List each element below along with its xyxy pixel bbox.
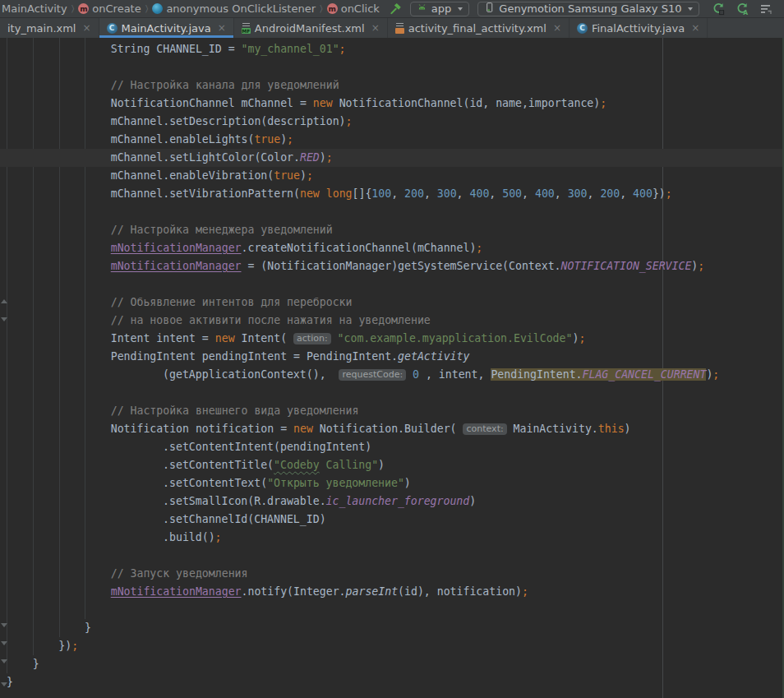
code-token: .setSmallIcon(R.drawable. xyxy=(163,495,326,507)
breadcrumb-label: anonymous OnClickListener xyxy=(166,2,316,15)
code-token xyxy=(331,332,338,344)
manifest-icon: MF xyxy=(242,23,251,34)
tab-label: MainActivity.java xyxy=(122,22,211,35)
code-line: // на новое активити после нажатия на ув… xyxy=(0,312,784,330)
code-token: Intent( xyxy=(235,332,293,344)
code-token: new xyxy=(313,97,333,109)
code-token: // Обьявление интентов для переброски xyxy=(111,296,353,308)
svg-text:A: A xyxy=(744,9,749,16)
code-token: ) xyxy=(320,151,326,164)
build-hammer-icon[interactable] xyxy=(390,2,402,15)
code-token: ) xyxy=(404,477,411,489)
anonymous-class-icon xyxy=(152,3,163,14)
device-dropdown[interactable]: Genymotion Samsung Galaxy S10 xyxy=(477,2,699,16)
code-token: mChannel.enableLights( xyxy=(111,133,255,146)
code-token: NOTIFICATION_SERVICE xyxy=(561,260,692,272)
tab-androidmanifest-xml[interactable]: MFAndroidManifest.xml× xyxy=(234,18,388,38)
code-token: "com.example.myapplication.EvilCode" xyxy=(338,332,573,344)
code-token: .setContentText( xyxy=(163,477,267,489)
android-icon xyxy=(417,2,427,16)
code-token: Intent intent = xyxy=(111,332,215,344)
code-token: ) xyxy=(300,169,307,182)
code-token: }) xyxy=(653,187,666,200)
code-editor[interactable]: String CHANNEL_ID = "my_channel_01";// Н… xyxy=(0,38,784,698)
code-token: } xyxy=(7,676,13,688)
code-token: this xyxy=(598,423,625,435)
code-line: mChannel.setLightColor(Color.RED); xyxy=(0,149,784,167)
code-line xyxy=(0,203,784,221)
code-token: MainActivity. xyxy=(507,423,598,435)
code-line: String CHANNEL_ID = "my_channel_01"; xyxy=(0,40,784,58)
profiler-icon[interactable] xyxy=(759,2,772,16)
code-token: ; xyxy=(579,332,585,344)
breadcrumb-item-onclick[interactable]: monClick xyxy=(327,2,380,15)
code-token: 300 xyxy=(437,187,457,200)
code-line: } xyxy=(0,673,784,691)
close-icon[interactable]: × xyxy=(218,23,226,33)
code-token: []{ xyxy=(353,187,372,200)
code-token: NotificationChannel(id, name,importance) xyxy=(333,97,601,109)
close-icon[interactable]: × xyxy=(553,23,561,33)
code-token: 100 xyxy=(371,187,391,200)
phone-icon xyxy=(484,2,495,16)
code-line: PendingIntent pendingIntent = PendingInt… xyxy=(0,348,784,366)
code-line: .setChannelId(CHANNEL_ID) xyxy=(0,511,784,529)
layout-xml-icon xyxy=(395,23,404,34)
code-token: "Codeby xyxy=(274,459,320,471)
code-line: // Запуск уведомления xyxy=(0,565,784,583)
breadcrumb-item-anonymous-onclicklistener[interactable]: anonymous OnClickListener xyxy=(152,2,316,15)
tab-ity-main-xml[interactable]: ity_main.xml× xyxy=(0,18,99,38)
close-icon[interactable]: × xyxy=(691,23,699,33)
code-token: mChannel.setLightColor(Color. xyxy=(111,151,300,164)
breadcrumb-item-mainactivity[interactable]: MainActivity xyxy=(2,2,67,15)
method-icon: m xyxy=(327,3,338,14)
code-token: ; xyxy=(346,115,353,127)
breadcrumb-label: MainActivity xyxy=(2,2,67,15)
code-token: 400 xyxy=(470,187,490,200)
code-token: PendingIntent. xyxy=(491,368,582,381)
code-token: // Настройка внешнего вида уведомления xyxy=(111,404,359,417)
code-token: mNotificationManager xyxy=(111,260,242,272)
code-line xyxy=(0,547,784,565)
code-line: .build(); xyxy=(0,529,784,547)
parameter-hint: action: xyxy=(293,333,331,344)
code-token: .setContentIntent(pendingIntent) xyxy=(163,441,371,453)
code-token: ; xyxy=(476,242,482,254)
breadcrumb-item-oncreate[interactable]: monCreate xyxy=(78,2,141,15)
code-token: ; xyxy=(287,133,293,146)
run-config-dropdown[interactable]: app xyxy=(410,2,469,16)
code-token: true xyxy=(274,169,300,182)
close-icon[interactable]: × xyxy=(82,23,90,33)
code-line: mChannel.setVibrationPattern(new long[]{… xyxy=(0,185,784,203)
code-token: ic_launcher_foreground xyxy=(326,495,470,507)
code-token: (id), notification) xyxy=(398,585,522,598)
tab-mainactivity-java[interactable]: CMainActivity.java× xyxy=(99,18,234,38)
code-token: RED xyxy=(300,151,320,164)
code-token: ; xyxy=(522,585,528,598)
tab-finalacttivity-java[interactable]: CFinalActtivity.java× xyxy=(570,18,708,38)
code-token: parseInt xyxy=(346,585,399,598)
code-line: .setContentTitle("Codeby Calling") xyxy=(0,456,784,474)
code-token: "Открыть уведомление" xyxy=(267,477,404,489)
code-token: , xyxy=(489,187,502,200)
close-icon[interactable]: × xyxy=(371,23,380,33)
code-line xyxy=(0,384,784,402)
breadcrumb-separator: 〉 xyxy=(145,3,149,14)
code-token: ; xyxy=(339,43,346,55)
code-line: // Настройка внешнего вида уведомления xyxy=(0,402,784,420)
code-token: mChannel.enableVibration( xyxy=(111,169,274,182)
tab-activity-final-acttivity-xml[interactable]: activity_final_acttivity.xml× xyxy=(388,18,570,38)
code-token xyxy=(320,187,326,200)
apply-code-changes-icon[interactable]: A xyxy=(736,2,749,16)
code-token: 200 xyxy=(600,187,620,200)
code-token: 500 xyxy=(502,187,522,200)
code-line: }); xyxy=(0,637,784,655)
code-line: .setContentText("Открыть уведомление") xyxy=(0,474,784,492)
code-line: Intent intent = new Intent( action: "com… xyxy=(0,330,784,348)
code-line: mNotificationManager.notify(Integer.pars… xyxy=(0,583,784,601)
code-token: (getApplicationContext(), xyxy=(163,368,339,381)
code-line xyxy=(0,601,784,619)
code-token: new xyxy=(300,187,320,200)
code-token: PendingIntent pendingIntent = PendingInt… xyxy=(111,350,398,363)
apply-changes-icon[interactable] xyxy=(712,2,725,16)
